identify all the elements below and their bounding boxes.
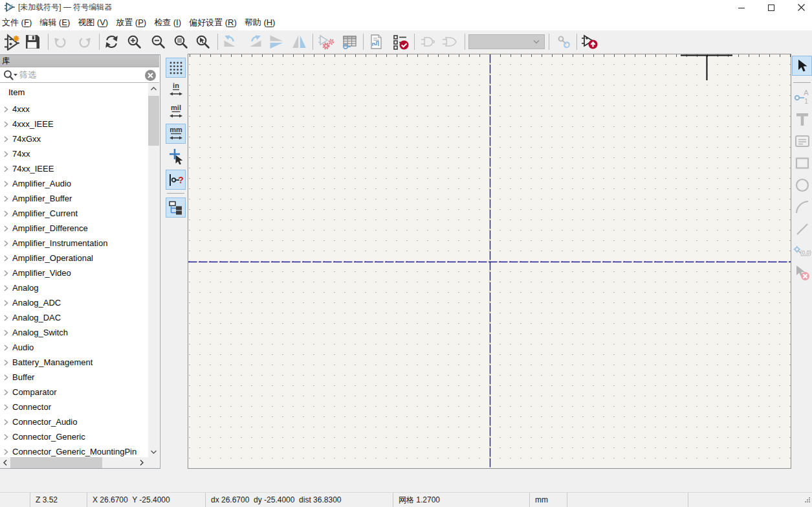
- chevron-right-icon[interactable]: [0, 270, 12, 276]
- zoom-selection-button[interactable]: [194, 33, 212, 51]
- arc-tool-button[interactable]: [792, 197, 812, 217]
- zoom-out-button[interactable]: [149, 33, 167, 51]
- chevron-right-icon[interactable]: [0, 404, 12, 411]
- chevron-right-icon[interactable]: [0, 344, 12, 351]
- tree-item-comparator[interactable]: Comparator: [0, 385, 148, 400]
- line-tool-button[interactable]: [792, 219, 812, 239]
- mirror-vertical-button[interactable]: [267, 33, 285, 51]
- search-icon[interactable]: [3, 69, 18, 84]
- tree-item-74xx[interactable]: 74xx: [0, 146, 148, 161]
- chevron-right-icon[interactable]: [0, 330, 12, 336]
- menu-inspect[interactable]: 检查 (I): [150, 15, 185, 31]
- tree-item-4xxx-ieee[interactable]: 4xxx_IEEE: [0, 117, 148, 131]
- demorgan-alternate-button[interactable]: [441, 33, 459, 51]
- units-inches-button[interactable]: in: [166, 80, 186, 100]
- chevron-right-icon[interactable]: [0, 166, 12, 172]
- tree-item-amplifier-buffer[interactable]: Amplifier_Buffer: [0, 191, 148, 206]
- tree-item-amplifier-difference[interactable]: Amplifier_Difference: [0, 221, 148, 236]
- chevron-right-icon[interactable]: [0, 419, 12, 425]
- menu-edit[interactable]: 编辑 (E): [36, 15, 74, 31]
- chevron-right-icon[interactable]: [0, 255, 12, 262]
- undo-button[interactable]: [52, 33, 69, 51]
- chevron-right-icon[interactable]: [0, 434, 12, 440]
- menu-preferences[interactable]: 偏好设置 (R): [185, 15, 241, 31]
- search-input[interactable]: [19, 69, 139, 81]
- library-tree-toggle-button[interactable]: [166, 197, 186, 218]
- scroll-up-icon[interactable]: [148, 83, 159, 94]
- tree-item-amplifier-current[interactable]: Amplifier_Current: [0, 206, 148, 221]
- scroll-down-icon[interactable]: [148, 446, 159, 457]
- tree-item-analog-dac[interactable]: Analog_DAC: [0, 310, 148, 325]
- tree-item-74xgxx[interactable]: 74xGxx: [0, 131, 148, 146]
- pin-table-button[interactable]: [341, 33, 358, 51]
- tree-item-connector[interactable]: Connector: [0, 400, 148, 414]
- zoom-in-button[interactable]: [126, 33, 143, 51]
- menu-file[interactable]: 文件 (F): [0, 15, 36, 31]
- horizontal-scrollbar[interactable]: [0, 457, 148, 468]
- chevron-right-icon[interactable]: [0, 225, 12, 232]
- symbol-properties-button[interactable]: [317, 33, 335, 51]
- tree-item-amplifier-instrumentation[interactable]: Amplifier_Instrumentation: [0, 236, 148, 251]
- chevron-right-icon[interactable]: [0, 374, 12, 381]
- text-tool-button[interactable]: [792, 109, 812, 129]
- datasheet-button[interactable]: [368, 33, 385, 51]
- redo-button[interactable]: [76, 33, 93, 51]
- scrollbar-thumb[interactable]: [148, 96, 159, 146]
- refresh-view-button[interactable]: [103, 33, 120, 51]
- unit-select-dropdown[interactable]: [468, 34, 545, 49]
- grid-toggle-button[interactable]: [166, 58, 186, 78]
- units-mils-button[interactable]: mil: [166, 102, 186, 122]
- chevron-right-icon[interactable]: [0, 240, 12, 247]
- demorgan-standard-button[interactable]: [419, 33, 437, 51]
- resize-grip[interactable]: [805, 494, 811, 506]
- menu-help[interactable]: 帮助 (H): [241, 15, 280, 31]
- tree-item-audio[interactable]: Audio: [0, 340, 148, 355]
- scroll-right-icon[interactable]: [137, 457, 147, 468]
- tree-item-connector-audio[interactable]: Connector_Audio: [0, 414, 148, 429]
- clear-search-icon[interactable]: [144, 69, 157, 84]
- chevron-right-icon[interactable]: [0, 151, 12, 157]
- menu-view[interactable]: 视图 (V): [74, 15, 112, 31]
- chevron-right-icon[interactable]: [0, 449, 12, 455]
- chevron-right-icon[interactable]: [0, 210, 12, 217]
- sync-pins-button[interactable]: [555, 33, 573, 51]
- tree-item-analog-adc[interactable]: Analog_ADC: [0, 295, 148, 310]
- chevron-right-icon[interactable]: [0, 359, 12, 366]
- pin-electrical-types-button[interactable]: ?: [166, 170, 186, 190]
- close-button[interactable]: [791, 0, 811, 15]
- save-button[interactable]: [24, 33, 41, 51]
- scroll-left-icon[interactable]: [0, 457, 10, 468]
- rectangle-tool-button[interactable]: [792, 153, 812, 173]
- chevron-right-icon[interactable]: [0, 181, 12, 187]
- maximize-button[interactable]: [762, 0, 781, 15]
- tree-item-connector-generic[interactable]: Connector_Generic: [0, 429, 148, 444]
- tree-item-4xxx[interactable]: 4xxx: [0, 102, 148, 117]
- scrollbar-thumb[interactable]: [10, 457, 102, 468]
- chevron-right-icon[interactable]: [0, 285, 12, 291]
- mirror-horizontal-button[interactable]: [291, 33, 308, 51]
- rotate-cw-button[interactable]: [246, 33, 263, 51]
- chevron-right-icon[interactable]: [0, 106, 12, 113]
- crosshair-cursor-button[interactable]: [166, 146, 186, 166]
- tree-item-amplifier-audio[interactable]: Amplifier_Audio: [0, 176, 148, 191]
- new-symbol-button[interactable]: [3, 33, 20, 51]
- chevron-right-icon[interactable]: [0, 300, 12, 306]
- erc-check-button[interactable]: [391, 33, 409, 51]
- delete-tool-button[interactable]: [792, 263, 812, 283]
- tree-item-amplifier-video[interactable]: Amplifier_Video: [0, 265, 148, 280]
- select-tool-button[interactable]: [792, 56, 812, 76]
- units-mm-button[interactable]: mm: [166, 124, 186, 144]
- textbox-tool-button[interactable]: [792, 131, 812, 151]
- minimize-button[interactable]: [732, 0, 751, 15]
- chevron-right-icon[interactable]: [0, 196, 12, 202]
- tree-item-battery-management[interactable]: Battery_Management: [0, 355, 148, 370]
- tree-item-analog[interactable]: Analog: [0, 280, 148, 295]
- tree-item-analog-switch[interactable]: Analog_Switch: [0, 325, 148, 340]
- menu-place[interactable]: 放置 (P): [112, 15, 150, 31]
- editor-canvas[interactable]: [188, 54, 791, 469]
- vertical-scrollbar[interactable]: [148, 83, 159, 457]
- tree-item-buffer[interactable]: Buffer: [0, 370, 148, 385]
- tree-item-74xx-ieee[interactable]: 74xx_IEEE: [0, 161, 148, 176]
- anchor-tool-button[interactable]: (0,0): [792, 241, 812, 261]
- chevron-right-icon[interactable]: [0, 136, 12, 142]
